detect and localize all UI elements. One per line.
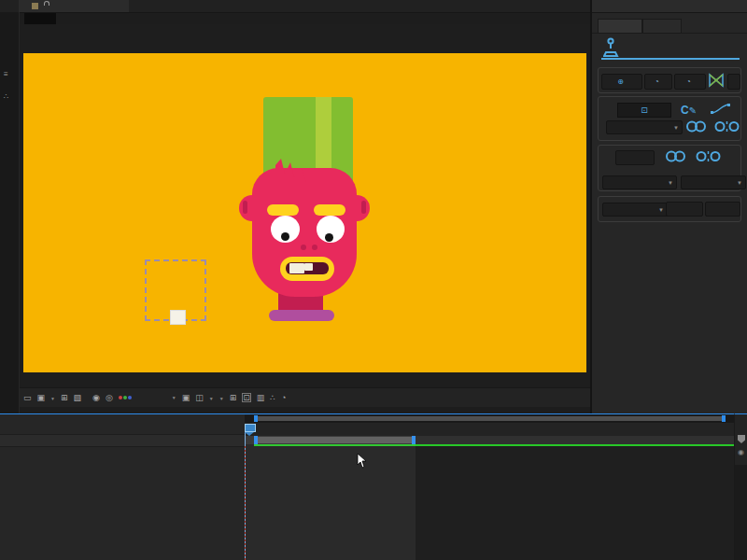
- timeline-button-icon[interactable]: ▥: [257, 393, 265, 402]
- joystick-layer-dropdown[interactable]: ▼: [606, 120, 683, 134]
- comp-tab-bar: [0, 0, 592, 13]
- parent-comps-dropdown[interactable]: ▼: [602, 203, 668, 217]
- composition-viewer[interactable]: [20, 24, 591, 387]
- character-nostril-right: [312, 245, 317, 250]
- pixel-aspect-icon[interactable]: ⊞: [230, 393, 237, 402]
- mouse-cursor: [357, 454, 367, 469]
- heading-underline: [601, 58, 740, 60]
- channel-monitor-icon[interactable]: ▣: [37, 393, 46, 402]
- comp-name-chip[interactable]: [24, 13, 56, 24]
- bowtie-icon[interactable]: [708, 73, 725, 88]
- joysticks-panel-tab[interactable]: [592, 0, 747, 13]
- switch-template-dropdown[interactable]: ▼: [602, 175, 677, 189]
- timeline-right-gutter: ◉: [734, 413, 747, 560]
- timeline-layer-list: [0, 414, 245, 560]
- unlink-icon[interactable]: [714, 120, 740, 133]
- character-pupil-right: [325, 233, 333, 242]
- zoom-level-dropdown[interactable]: ▼: [50, 394, 55, 402]
- set-all-button[interactable]: ◔: [644, 74, 672, 90]
- camera-view-dropdown[interactable]: ▼: [209, 394, 214, 402]
- origin-icon: ⊕: [617, 77, 624, 86]
- comp-canvas[interactable]: [23, 53, 586, 372]
- snapshot-camera-icon[interactable]: ◉: [92, 393, 100, 402]
- joystick-layer-dropdown[interactable]: ▼: [681, 175, 746, 189]
- comp-button-icon[interactable]: ◉: [738, 448, 744, 456]
- character-pupil-left: [281, 232, 289, 241]
- character-brow-left: [267, 204, 299, 216]
- playhead-marker[interactable]: [245, 424, 256, 432]
- character-brow-right: [314, 204, 345, 216]
- show-snapshot-icon[interactable]: ◎: [106, 393, 113, 402]
- character-nostril-left: [301, 245, 306, 250]
- tabs-underline: [592, 33, 747, 34]
- stopwatch-icon: ◔: [655, 77, 659, 86]
- viewer-toolbar: ▭ ▣ ▼ ⊞ ▧ ◉ ◎ ▼ ▣ ◫ ▼ ▼ ⊞ ⊡ ▥ ∴ ◔: [20, 387, 592, 407]
- snapshot-monitor-icon[interactable]: ▭: [23, 393, 32, 402]
- channel-rgb-icon[interactable]: [119, 396, 132, 399]
- playhead-marker-tip: [245, 432, 254, 436]
- tab-sliders[interactable]: [642, 19, 682, 34]
- timeline-vscroll[interactable]: [735, 465, 747, 560]
- to-parent-button[interactable]: [666, 202, 703, 217]
- joystick-handle[interactable]: [170, 310, 186, 325]
- after-effects-window: ≡ ∴: [0, 0, 747, 560]
- playhead-frame-line: [245, 446, 246, 560]
- tab-joysticks[interactable]: [598, 19, 642, 34]
- unlink-icon[interactable]: [696, 150, 722, 162]
- roi-icon[interactable]: ▣: [182, 393, 190, 402]
- link-icon[interactable]: [684, 120, 709, 133]
- panel-lines-icon[interactable]: ≡: [4, 70, 8, 78]
- character-hair-spikes: [274, 156, 331, 182]
- left-dock-strip: ≡ ∴: [0, 12, 20, 413]
- character-ear-right-inner: [361, 201, 366, 214]
- flowchart-button-icon[interactable]: ∴: [270, 393, 275, 402]
- create-joystick-icon[interactable]: C✎: [681, 101, 697, 118]
- origin-button[interactable]: ⊕: [601, 74, 642, 90]
- character-collar: [269, 310, 334, 321]
- flowchart-icon[interactable]: ∴: [4, 92, 8, 101]
- square-target-icon: ⊡: [641, 105, 648, 115]
- switch-templates-group: ▼ ▼: [598, 145, 741, 191]
- fast-previews-icon[interactable]: ⊡: [242, 393, 251, 402]
- view-layout-dropdown[interactable]: ▼: [219, 394, 224, 402]
- ease-curve-icon[interactable]: [711, 103, 731, 115]
- timeline-track-area: [245, 413, 734, 560]
- timeline-tracks: [245, 414, 734, 560]
- joystick-origin-target[interactable]: ⊡: [617, 103, 671, 118]
- panel-icon: [32, 3, 38, 9]
- to-child-button[interactable]: [705, 202, 740, 217]
- mask-visibility-icon[interactable]: ▧: [74, 393, 82, 402]
- character-ear-left-inner: [243, 201, 247, 214]
- composition-tab[interactable]: [19, 0, 129, 12]
- move-joystick-group: ▼: [598, 196, 741, 222]
- stopwatch-icon: ◔: [686, 77, 691, 86]
- set-flat-button[interactable]: ◔: [674, 74, 706, 90]
- transparency-grid-icon[interactable]: ◫: [195, 393, 204, 402]
- comp-marker-icon[interactable]: [738, 435, 745, 443]
- create-switch-button[interactable]: [615, 150, 655, 165]
- setup-group: ⊕ ◔ ◔: [598, 67, 741, 93]
- character-tooth-right: [304, 263, 313, 271]
- grid-guides-icon[interactable]: ⊞: [61, 393, 68, 402]
- help-button[interactable]: [727, 74, 740, 90]
- joystick-tools-group: ⊡ C✎ ▼: [598, 96, 741, 141]
- joystick-stamp-icon: [603, 37, 624, 58]
- character-tooth-left: [289, 263, 304, 273]
- exposure-icon[interactable]: ◔: [281, 393, 286, 402]
- link-icon[interactable]: [664, 150, 688, 162]
- resolution-dropdown[interactable]: ▼: [137, 395, 176, 400]
